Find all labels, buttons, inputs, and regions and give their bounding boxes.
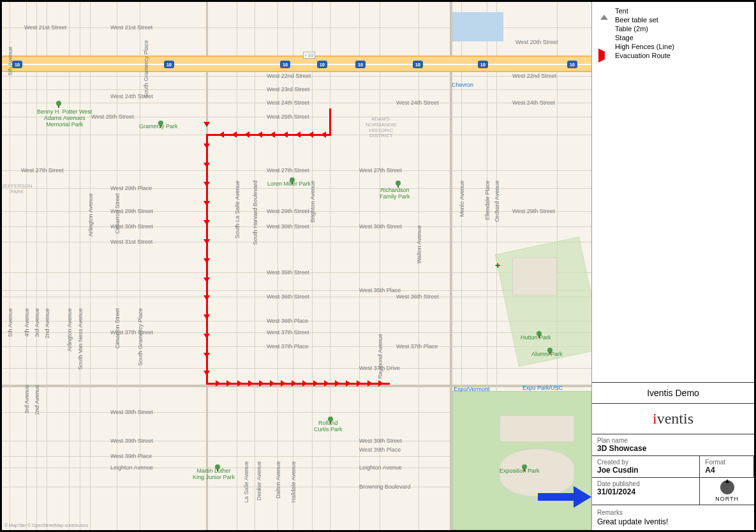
street-label: Arlington Avenue bbox=[66, 308, 73, 351]
street-label: Cimarron Street bbox=[114, 193, 121, 234]
date-value: 31/01/2024 bbox=[597, 487, 694, 496]
compass-icon bbox=[720, 480, 734, 494]
interstate-shield: 10 bbox=[164, 61, 174, 68]
street-label: West 25th Street bbox=[91, 114, 134, 120]
route-arrow-icon bbox=[321, 131, 326, 138]
street-label: Denker Avenue bbox=[256, 461, 262, 500]
legend-label: Tent bbox=[615, 7, 628, 15]
map-canvas[interactable]: I 10 West 21st StreetWest 21st StreetWes… bbox=[2, 2, 592, 530]
route-arrow-icon bbox=[219, 131, 224, 138]
street-label: Arlington Avenue bbox=[87, 193, 94, 237]
legend-item-tent: Tent bbox=[598, 7, 748, 15]
street-label: South Van Ness Avenue bbox=[77, 308, 84, 370]
route-arrow-icon bbox=[324, 380, 329, 387]
street-label: West 21st Street bbox=[110, 24, 152, 31]
iventis-logo: iventis bbox=[592, 404, 754, 434]
street-label: West 23rd Street bbox=[267, 86, 309, 92]
legend-item-stage: Stage bbox=[598, 34, 748, 41]
highway-i10 bbox=[2, 55, 592, 72]
map-attribution: © MapTiler © OpenStreetMap contributors bbox=[4, 523, 88, 528]
poi-label: Expo Park/USC bbox=[523, 385, 563, 391]
route-arrow-icon bbox=[292, 380, 297, 387]
route-arrow-icon bbox=[204, 371, 210, 376]
street-label: West 29th Street bbox=[512, 208, 555, 214]
interstate-shield: 10 bbox=[12, 61, 22, 68]
route-arrow-icon bbox=[259, 380, 264, 387]
neighborhood-label: ADAMS-NORMANDIEHISTORICDISTRICT bbox=[366, 117, 397, 139]
street-label: Ellendale Place bbox=[484, 181, 491, 220]
street-label: Raymond Avenue bbox=[377, 334, 383, 379]
info-title: Iventis Demo bbox=[592, 383, 754, 404]
street-label: West 39th Place bbox=[359, 447, 401, 453]
remarks-cell: Remarks Great update Iventis! bbox=[592, 505, 754, 530]
map-legend: Tent Beer table set Table (2m) Stage Hig… bbox=[592, 2, 754, 64]
street-label: West 35th Street bbox=[267, 269, 309, 276]
plan-name-value: 3D Showcase bbox=[597, 444, 749, 453]
route-arrow-icon bbox=[378, 380, 383, 387]
legend-label: Evacuation Route bbox=[615, 52, 671, 59]
evacuation-route-segment bbox=[206, 383, 390, 385]
legend-item-evac: Evacuation Route bbox=[598, 52, 748, 59]
street-label: Browning Boulevard bbox=[359, 484, 411, 490]
plan-name-cell: Plan name 3D Showcase bbox=[592, 434, 754, 456]
route-arrow-icon bbox=[357, 380, 362, 387]
interstate-shield: 10 bbox=[413, 61, 423, 68]
street-label: West 30th Street bbox=[359, 223, 402, 230]
route-arrow-icon bbox=[204, 144, 210, 149]
street-label: West 39th Place bbox=[110, 453, 152, 459]
street-label: West 37th Place bbox=[396, 343, 438, 350]
street-label: 3rd Avenue bbox=[24, 385, 30, 413]
park-label: Alumni Park bbox=[531, 351, 563, 357]
route-arrow-icon bbox=[204, 353, 210, 358]
park-label: Exposition Park bbox=[500, 468, 540, 474]
street-label: West 30th Street bbox=[267, 223, 309, 230]
park-label: RichardsonFamily Park bbox=[380, 187, 410, 200]
street-label: West 39th Street bbox=[359, 438, 402, 444]
format-cell: Format A4 bbox=[700, 456, 754, 478]
compass: NORTH bbox=[700, 478, 754, 505]
route-arrow-icon bbox=[204, 122, 210, 127]
interstate-shield: 10 bbox=[567, 61, 577, 68]
route-arrow-icon bbox=[204, 314, 210, 320]
street-label: West 22nd Street bbox=[512, 73, 556, 79]
route-arrow-icon bbox=[283, 131, 288, 138]
street-label: West 24th Street bbox=[396, 100, 439, 106]
park-label: RollandCurtis Park bbox=[314, 420, 343, 432]
street-label: Menlo Avenue bbox=[459, 181, 465, 217]
street-label: West 27th Street bbox=[359, 167, 402, 174]
interstate-shield: 10 bbox=[317, 61, 327, 68]
route-arrow-icon bbox=[204, 163, 210, 168]
street-label: Walton Avenue bbox=[416, 225, 422, 263]
created-by-cell: Created by Joe Cusdin bbox=[592, 456, 700, 478]
legend-item-beer: Beer table set bbox=[598, 16, 748, 24]
date-cell: Date published 31/01/2024 bbox=[592, 478, 700, 505]
interstate-shield: 10 bbox=[355, 61, 366, 68]
route-arrow-icon bbox=[281, 380, 286, 387]
street-label: West 25th Street bbox=[267, 114, 309, 120]
street-label: West 35th Place bbox=[359, 287, 401, 293]
route-arrow-icon bbox=[244, 131, 249, 138]
street-label: Cimarron Street bbox=[114, 308, 121, 349]
street-label: Leighton Avenue bbox=[359, 464, 402, 471]
route-arrow-icon bbox=[295, 131, 300, 138]
street-label: West 31st Street bbox=[110, 239, 152, 245]
street-label: West 39th Street bbox=[110, 438, 153, 444]
legend-label: Beer table set bbox=[615, 16, 658, 24]
street-label: South Gramercy Place bbox=[137, 308, 144, 366]
street-label: West 27th Street bbox=[21, 167, 64, 174]
route-arrow-icon bbox=[257, 131, 262, 138]
interstate-shield: 10 bbox=[478, 61, 488, 68]
park-label: Benny H. Potter WestAdams AvenuesMemoria… bbox=[37, 108, 92, 128]
evacuation-route-segment bbox=[329, 108, 331, 135]
street-label: Halldale Avenue bbox=[290, 461, 297, 503]
street-label: West 24th Street bbox=[267, 100, 309, 106]
route-arrow-icon bbox=[313, 380, 318, 387]
street-label: 4th Avenue bbox=[24, 308, 30, 337]
route-arrow-icon bbox=[346, 380, 351, 387]
format-value: A4 bbox=[705, 466, 748, 475]
street-label: West 29th Place bbox=[110, 185, 152, 191]
street-label: West 20th Street bbox=[515, 39, 558, 45]
street-label: South Gramercy Place bbox=[143, 40, 149, 98]
route-arrow-icon bbox=[204, 258, 210, 263]
route-arrow-icon bbox=[204, 277, 210, 283]
